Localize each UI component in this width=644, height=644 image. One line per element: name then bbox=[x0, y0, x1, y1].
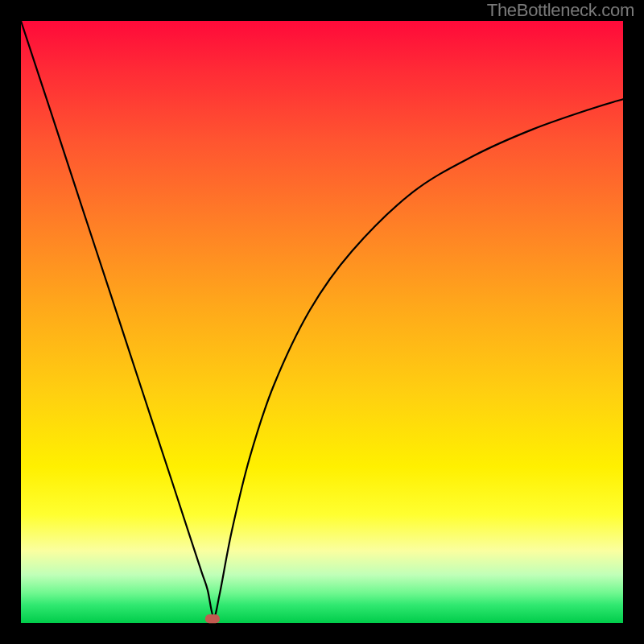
min-point-marker bbox=[205, 614, 220, 623]
bottleneck-curve bbox=[21, 21, 623, 617]
watermark-label: TheBottleneck.com bbox=[487, 0, 634, 21]
chart-overlay bbox=[0, 0, 644, 644]
chart-container: TheBottleneck.com bbox=[0, 0, 644, 644]
